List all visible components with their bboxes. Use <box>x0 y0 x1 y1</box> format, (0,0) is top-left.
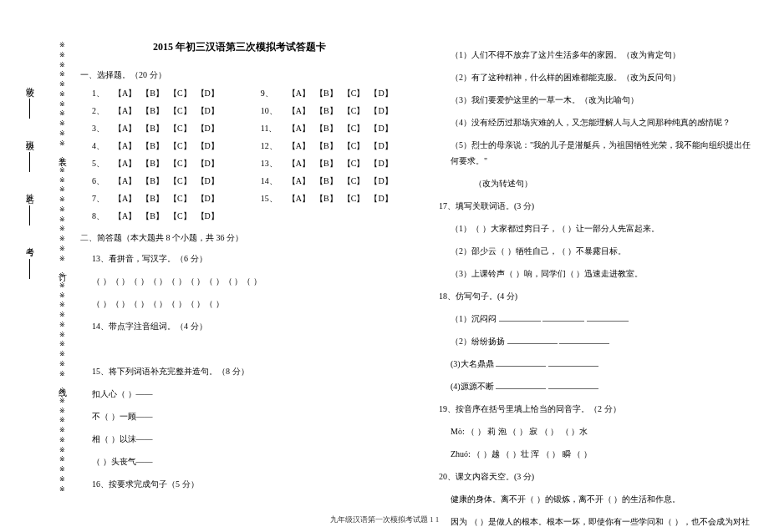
mc-option[interactable]: 【A】 <box>114 158 136 170</box>
mc-option[interactable]: 【B】 <box>315 158 338 170</box>
mc-option[interactable]: 【D】 <box>196 105 219 117</box>
dot: ※ <box>59 486 65 493</box>
blank-line <box>499 312 541 322</box>
column-left: 2015 年初三汉语第三次模拟考试答题卡 一、选择题。（20 分） 1、【A】【… <box>80 40 399 508</box>
mc-option[interactable]: 【A】 <box>114 140 136 152</box>
mc-option[interactable]: 【D】 <box>369 123 392 134</box>
mc-option[interactable]: 【A】 <box>114 123 136 134</box>
mc-option[interactable]: 【C】 <box>343 175 365 187</box>
mc-option[interactable]: 【A】 <box>114 210 136 222</box>
mc-option[interactable]: 【A】 <box>288 175 310 187</box>
mc-option[interactable]: 【C】 <box>343 140 365 152</box>
mc-number: 5、 <box>92 158 110 170</box>
mc-option[interactable]: 【C】 <box>169 140 191 152</box>
mc-option[interactable]: 【A】 <box>288 105 310 117</box>
q15-item: 扣人心（ ）—— <box>92 386 399 402</box>
q14-blank <box>92 341 399 357</box>
dot: ※ <box>59 140 65 147</box>
binding-label: 订 <box>58 266 66 267</box>
blank-line <box>548 357 598 367</box>
mc-option[interactable]: 【B】 <box>315 88 338 99</box>
dot: ※ <box>59 322 65 328</box>
mc-option[interactable]: 【C】 <box>343 105 365 117</box>
mc-option[interactable]: 【D】 <box>369 158 392 170</box>
mc-gap <box>224 158 257 170</box>
q19: 19、按音序在括号里填上恰当的同音字。（2 分） <box>439 401 757 417</box>
q18-item: （1）沉闷闷 <box>451 311 757 327</box>
blank-line <box>587 312 629 322</box>
mc-option[interactable]: 【B】 <box>141 88 164 99</box>
mc-option[interactable]: 【B】 <box>141 210 164 222</box>
mc-option[interactable]: 【D】 <box>369 105 392 117</box>
mc-option[interactable]: 【A】 <box>288 140 310 152</box>
dot: ※ <box>59 282 65 289</box>
label-name: 姓名 <box>23 187 35 190</box>
mc-option[interactable]: 【D】 <box>196 193 219 205</box>
dot: ※ <box>59 437 65 443</box>
mc-option[interactable]: 【A】 <box>114 193 136 205</box>
mc-option[interactable]: 【C】 <box>343 193 365 205</box>
mc-option[interactable]: 【D】 <box>369 193 392 205</box>
mc-option[interactable]: 【C】 <box>169 210 191 222</box>
mc-option[interactable]: 【D】 <box>369 140 392 152</box>
mc-option[interactable]: 【A】 <box>288 123 310 134</box>
mc-option[interactable]: 【B】 <box>315 175 338 187</box>
mc-option[interactable]: 【D】 <box>196 88 219 99</box>
mc-option[interactable]: 【D】 <box>196 140 219 152</box>
mc-option[interactable]: 【D】 <box>196 210 219 222</box>
mc-option[interactable]: 【A】 <box>288 88 310 99</box>
mc-option[interactable]: 【B】 <box>141 105 164 117</box>
mc-option[interactable]: 【D】 <box>196 123 219 134</box>
mc-row: 2、【A】【B】【C】【D】10、【A】【B】【C】【D】 <box>80 105 399 117</box>
mc-option[interactable]: 【B】 <box>141 175 164 187</box>
dot: ※ <box>59 101 65 108</box>
mc-option[interactable]: 【B】 <box>315 123 338 134</box>
mc-option[interactable]: 【D】 <box>369 175 392 187</box>
dot: ※ <box>59 301 65 308</box>
mc-option[interactable]: 【C】 <box>169 88 191 99</box>
dot: ※ <box>59 167 65 174</box>
mc-option[interactable]: 【A】 <box>288 158 310 170</box>
mc-option[interactable]: 【B】 <box>141 123 164 134</box>
mc-option[interactable]: 【C】 <box>343 123 365 134</box>
mc-option[interactable]: 【C】 <box>169 193 191 205</box>
binding-label: 线 <box>58 382 66 383</box>
mc-option[interactable]: 【C】 <box>169 158 191 170</box>
mc-option[interactable]: 【C】 <box>169 105 191 117</box>
mc-option[interactable]: 【A】 <box>114 175 136 187</box>
q20-line1: 健康的身体。离不开（ ）的锻炼，离不开（ ）的生活和作息。 <box>451 491 757 507</box>
mc-row: 6、【A】【B】【C】【D】14、【A】【B】【C】【D】 <box>80 175 399 187</box>
dot: ※ <box>59 361 65 367</box>
dot: ※ <box>59 256 65 262</box>
mc-option[interactable]: 【C】 <box>169 175 191 187</box>
mc-option[interactable]: 【B】 <box>141 140 164 152</box>
mc-option[interactable]: 【D】 <box>196 158 219 170</box>
mc-option[interactable]: 【A】 <box>114 105 136 117</box>
q16: 16、按要求完成句子（5 分） <box>92 476 399 492</box>
mc-option[interactable]: 【A】 <box>288 193 310 205</box>
mc-option[interactable]: 【C】 <box>343 88 365 99</box>
mc-option[interactable]: 【A】 <box>114 88 136 99</box>
blank-line <box>496 379 546 389</box>
q18-label: （1）沉闷闷 <box>451 314 497 323</box>
dot: ※ <box>59 272 65 279</box>
mc-option[interactable]: 【B】 <box>315 193 338 205</box>
mc-option[interactable]: 【C】 <box>343 158 365 170</box>
mc-gap <box>224 123 257 134</box>
mc-number: 7、 <box>92 193 110 205</box>
mc-option[interactable]: 【D】 <box>196 175 219 187</box>
mc-number: 15、 <box>261 193 284 205</box>
q18-item: （2）纷纷扬扬 <box>451 333 757 349</box>
dot: ※ <box>59 341 65 347</box>
mc-row: 3、【A】【B】【C】【D】11、【A】【B】【C】【D】 <box>80 123 399 134</box>
mc-option[interactable]: 【C】 <box>169 123 191 134</box>
mc-option[interactable]: 【B】 <box>315 140 338 152</box>
mc-option[interactable]: 【B】 <box>315 105 338 117</box>
mc-row: 7、【A】【B】【C】【D】15、【A】【B】【C】【D】 <box>80 193 399 205</box>
section2-heading: 二、简答题（本大题共 8 个小题，共 36 分） <box>80 232 399 244</box>
mc-option[interactable]: 【D】 <box>369 88 392 99</box>
blank-line <box>496 357 546 367</box>
mc-option[interactable]: 【B】 <box>141 193 164 205</box>
mc-option[interactable]: 【B】 <box>141 158 164 170</box>
dot: ※ <box>59 292 65 299</box>
